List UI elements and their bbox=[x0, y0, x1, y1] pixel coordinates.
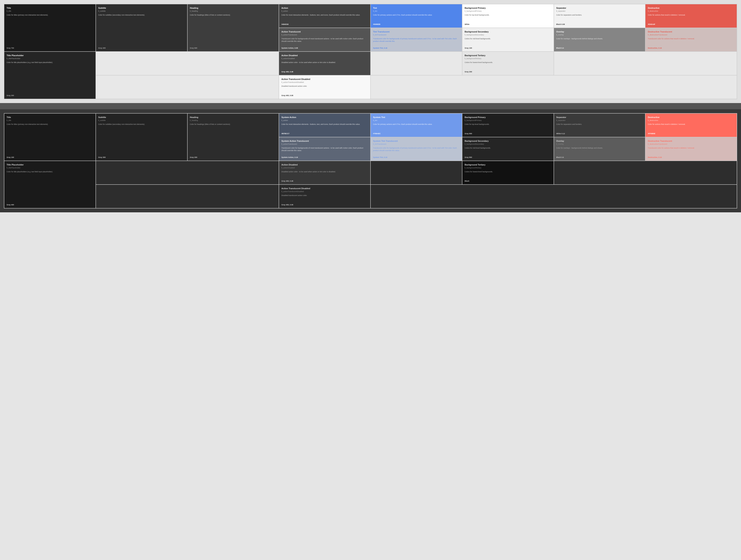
card-value: Gray 200 bbox=[190, 156, 276, 158]
dk-card-bg-tertiary: Background Tertiary lt_backgroundTertiar… bbox=[462, 161, 554, 184]
light-section: Title lt_title Color for titles (primary… bbox=[0, 0, 741, 103]
card-bg-secondary: Background Secondary lt_backgroundSecond… bbox=[462, 28, 554, 51]
card-value: Black bbox=[465, 179, 551, 182]
card-value: Gray 400, 0.48 bbox=[281, 179, 368, 182]
card-desc: Color for actions that result in deletio… bbox=[648, 123, 734, 131]
card-token: lt_actionDisabled bbox=[281, 167, 368, 169]
card-desc: Color for separators and borders. bbox=[556, 123, 643, 131]
card-token: lt_titlePlaceholder bbox=[7, 167, 93, 169]
card-title-placeholder: Title Placeholder lt_titlePlaceholder Co… bbox=[4, 52, 95, 99]
card-action-translucent: Action Translucent lt_actionTranslucent … bbox=[279, 28, 370, 51]
card-desc: Color for subtitles (secondary non-inter… bbox=[98, 14, 185, 46]
card-token: lt_title bbox=[7, 10, 93, 12]
light-color-grid: Title lt_title Color for titles (primary… bbox=[4, 4, 737, 99]
card-desc: Color for most interactive elements - bu… bbox=[281, 14, 368, 22]
card-destructive: Destructive lt_destructive Color for act… bbox=[646, 4, 737, 27]
dk-card-title: Title lt_title Color for titles (primary… bbox=[4, 113, 95, 161]
card-title-text: Action Disabled bbox=[281, 54, 368, 57]
card-value: Gray 400, 0.08 bbox=[281, 94, 368, 96]
card-title-text: Tint Translucent bbox=[373, 30, 460, 33]
card-desc: Colors for lowest-level backgrounds. bbox=[465, 61, 551, 69]
card-desc: Disabled action color - to be used when … bbox=[281, 61, 368, 69]
card-token: lt_heading bbox=[190, 119, 276, 122]
card-token: lt_tint bbox=[373, 119, 460, 122]
card-token: lt_actionTranslucent bbox=[281, 34, 368, 36]
card-value: #FF6B5E bbox=[648, 132, 734, 135]
card-title-text: Overlay bbox=[556, 30, 643, 33]
card-title: Title lt_title Color for titles (primary… bbox=[4, 4, 95, 51]
card-desc: Translucent color for backgrounds of mos… bbox=[281, 37, 368, 46]
dk-card-destructive-trans: Destructive Translucent lt_destructiveTr… bbox=[646, 137, 737, 161]
card-value: Gray 400, 0.48 bbox=[281, 70, 368, 73]
card-subtitle: Subtitle lt_subtitle Color for subtitles… bbox=[96, 4, 187, 51]
card-bg-primary: Background Primary lt_backgroundPrimary … bbox=[462, 4, 554, 27]
card-token: lt_destructive bbox=[648, 119, 734, 122]
card-token: lt_backgroundTertiary bbox=[465, 58, 551, 60]
dk-spacer-4 bbox=[96, 185, 279, 208]
card-tint: Tint lt_tint Color for primary actions a… bbox=[371, 4, 462, 27]
card-desc: Color for title placeholders (e.g. text … bbox=[7, 61, 93, 93]
dk-card-system-tint-trans: System Tint Translucent lt_tintTransluce… bbox=[371, 137, 462, 161]
card-desc: Disabled action color - to be used when … bbox=[281, 170, 368, 178]
card-token: lt_action bbox=[281, 119, 368, 122]
card-desc: Color for primary actions and CTAs. Each… bbox=[373, 14, 460, 22]
card-desc: Translucent color for actions that resul… bbox=[648, 37, 734, 46]
card-value: System Action, 0.16 bbox=[281, 156, 368, 158]
card-value: #5085EB bbox=[373, 22, 460, 25]
card-title-text: Overlay bbox=[556, 140, 643, 142]
card-value: Gray 400 bbox=[7, 203, 93, 206]
card-title-text: Heading bbox=[190, 116, 276, 118]
dk-card-heading: Heading lt_heading Color for headings (t… bbox=[188, 113, 279, 161]
spacer-4 bbox=[96, 75, 279, 99]
card-token: lt_tintTranslucent bbox=[373, 143, 460, 145]
card-desc: Color for headings (titles of lists or c… bbox=[190, 14, 276, 46]
card-token: lt_backgroundSecondary bbox=[465, 143, 551, 145]
card-token: lt_actionDisabled bbox=[281, 58, 368, 60]
dark-color-grid: Title lt_title Color for titles (primary… bbox=[4, 113, 737, 209]
card-desc: Color for primary actions and CTAs. Each… bbox=[373, 123, 460, 131]
card-title-text: Action Translucent Disabled bbox=[281, 78, 368, 80]
card-value: Gray 400, 0.08 bbox=[281, 203, 368, 206]
card-title-text: Destructive Translucent bbox=[648, 140, 734, 142]
card-title-text: Tint bbox=[373, 7, 460, 9]
card-value: Gray 700 bbox=[7, 46, 93, 49]
card-desc: Color for most interactive elements - bu… bbox=[281, 123, 368, 131]
card-token: lt_actionTranslucent bbox=[281, 143, 368, 145]
card-title-text: Background Secondary bbox=[465, 140, 551, 142]
card-title-text: Background Primary bbox=[465, 116, 551, 118]
card-title-text: Background Primary bbox=[465, 7, 551, 9]
card-desc: Translucent color for actions that resul… bbox=[648, 147, 734, 155]
spacer-5 bbox=[371, 75, 737, 99]
dk-card-separator: Separator lt_separator Color for separat… bbox=[554, 113, 645, 137]
card-title-text: Separator bbox=[556, 116, 643, 118]
card-desc: Color for overlays - backgrounds behind … bbox=[556, 147, 643, 155]
card-title-text: System Action Translucent bbox=[281, 140, 368, 142]
card-desc: Colors for mid-level backgrounds. bbox=[465, 147, 551, 155]
card-token: lt_subtitle bbox=[98, 119, 185, 122]
card-desc: Color for subtitles (secondary non-inter… bbox=[98, 123, 185, 155]
dk-card-system-action-trans: System Action Translucent lt_actionTrans… bbox=[279, 137, 370, 161]
card-value: Gray 100 bbox=[7, 156, 93, 158]
card-value: Destructive, 0.16 bbox=[648, 46, 734, 49]
card-token: lt_separator bbox=[556, 119, 643, 122]
dk-card-bg-primary: Background Primary lt_backgroundPrimary … bbox=[462, 113, 554, 137]
dk-spacer-5 bbox=[371, 185, 737, 208]
card-title-text: Action Translucent Disabled bbox=[281, 187, 368, 190]
card-title-text: System Action bbox=[281, 116, 368, 118]
dk-card-action-trans-disabled: Action Translucent Disabled lt_actionTra… bbox=[279, 185, 370, 208]
section-divider bbox=[0, 103, 741, 109]
card-action-disabled: Action Disabled lt_actionDisabled Disabl… bbox=[279, 52, 370, 75]
card-token: lt_actionTranslucentDisabled bbox=[281, 81, 368, 83]
card-title-text: Title Placeholder bbox=[7, 163, 93, 166]
card-desc: Color for actions that result in deletio… bbox=[648, 14, 734, 22]
card-destructive-translucent: Destructive Translucent lt_destructiveTr… bbox=[646, 28, 737, 51]
card-value: Gray 900 bbox=[465, 156, 551, 158]
card-value: Gray 200 bbox=[465, 70, 551, 73]
card-title-text: Separator bbox=[556, 7, 643, 9]
card-desc: Color for top-level backgrounds. bbox=[465, 14, 551, 22]
card-token: lt_action bbox=[281, 10, 368, 12]
card-desc: Disabled translucent action color. bbox=[281, 194, 368, 202]
card-token: lt_overlay bbox=[556, 34, 643, 36]
card-value: #404C63 bbox=[281, 22, 368, 25]
card-title-text: Action bbox=[281, 7, 368, 9]
